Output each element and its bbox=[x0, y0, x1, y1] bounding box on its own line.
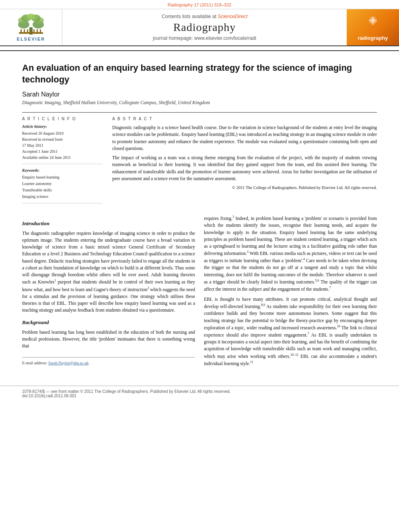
abstract-para1: Diagnostic radiography is a science base… bbox=[112, 124, 377, 152]
journal-homepage: journal homepage: www.elsevier.com/locat… bbox=[153, 35, 256, 41]
journal-title: Radiography bbox=[173, 21, 236, 34]
copyright-line: © 2011 The College of Radiographers. Pub… bbox=[112, 185, 377, 191]
sciencedirect-link[interactable]: ScienceDirect bbox=[218, 14, 247, 19]
abstract-text: Diagnostic radiography is a science base… bbox=[112, 124, 377, 191]
elsevier-tree-icon bbox=[15, 13, 47, 35]
footnote-period: . bbox=[88, 361, 90, 365]
svg-rect-12 bbox=[30, 29, 31, 33]
svg-rect-10 bbox=[24, 29, 25, 33]
keyword-4: Imaging science bbox=[22, 193, 103, 200]
abstract-para2: The impact of working as a team was a st… bbox=[112, 154, 377, 182]
svg-rect-9 bbox=[21, 29, 22, 33]
received-date: Received 10 August 2010 bbox=[22, 130, 103, 136]
revised-label: Received in revised form bbox=[22, 136, 103, 142]
revised-date: 17 May 2011 bbox=[22, 142, 103, 148]
background-heading: Background bbox=[22, 318, 195, 327]
bottom-text-2: doi:10.1016/j.radi.2011.06.001 bbox=[22, 394, 377, 398]
article-title: An evaluation of an enquiry based learni… bbox=[22, 62, 377, 85]
article-history-label: Article history: bbox=[22, 124, 103, 129]
main-content: An evaluation of an enquiry based learni… bbox=[0, 51, 399, 378]
keyword-2: Learner autonomy bbox=[22, 181, 103, 187]
journal-header: ELSEVIER Contents lists available at Sci… bbox=[0, 9, 399, 46]
bottom-text-1: 1078-8174/$ — see front matter © 2011 Th… bbox=[22, 389, 377, 394]
article-info-header: A R T I C L E I N F O bbox=[22, 117, 103, 121]
elsevier-logo: ELSEVIER bbox=[0, 9, 62, 45]
keyword-3: Transferable skills bbox=[22, 187, 103, 193]
footnote-email-label: E-mail address: bbox=[22, 361, 48, 365]
journal-center-info: Contents lists available at ScienceDirec… bbox=[62, 9, 347, 45]
keyword-1: Enquiry based learning bbox=[22, 174, 103, 181]
right-col-p1: requires fixing.3 Indeed, in problem bas… bbox=[204, 215, 377, 293]
article-info-abstract-section: A R T I C L E I N F O Article history: R… bbox=[22, 112, 377, 207]
page: Radiography 17 (2011) 319–322 bbox=[0, 0, 399, 532]
right-col-p2: EBL is thought to have many attributes. … bbox=[204, 296, 377, 367]
available-date: Available online 24 June 2011 bbox=[22, 154, 103, 160]
svg-rect-14 bbox=[37, 29, 38, 33]
bottom-bar: 1078-8174/$ — see front matter © 2011 Th… bbox=[0, 386, 399, 401]
svg-point-7 bbox=[27, 14, 35, 19]
radiography-logo-text: radiography bbox=[358, 35, 388, 41]
intro-heading: Introduction bbox=[22, 220, 195, 228]
footnote-email[interactable]: Sarah.Naylor@shu.ac.uk bbox=[48, 361, 88, 365]
sciencedirect-line: Contents lists available at ScienceDirec… bbox=[162, 14, 247, 19]
abstract-column: A B S T R A C T Diagnostic radiography i… bbox=[112, 117, 377, 207]
intro-p1: The diagnostic radiographer requires kno… bbox=[22, 230, 195, 314]
radiography-icon bbox=[365, 14, 381, 30]
background-p1: Problem based learning has long been est… bbox=[22, 329, 195, 350]
journal-citation: Radiography 17 (2011) 319–322 bbox=[168, 2, 231, 7]
keywords-block: Keywords: Enquiry based learning Learner… bbox=[22, 168, 103, 203]
journal-top-bar: Radiography 17 (2011) 319–322 bbox=[0, 0, 399, 9]
article-info-column: A R T I C L E I N F O Article history: R… bbox=[22, 117, 103, 207]
author-name: Sarah Naylor bbox=[22, 91, 377, 98]
svg-rect-15 bbox=[40, 29, 41, 33]
affiliation: Diagnostic Imaging, Sheffield Hallam Uni… bbox=[22, 100, 377, 106]
svg-rect-11 bbox=[27, 29, 28, 33]
body-section: Introduction The diagnostic radiographer… bbox=[22, 215, 377, 370]
accepted-date: Accepted 1 June 2011 bbox=[22, 148, 103, 154]
elsevier-label: ELSEVIER bbox=[17, 37, 45, 41]
radiography-logo-box: radiography bbox=[347, 9, 399, 45]
abstract-header: A B S T R A C T bbox=[112, 117, 377, 121]
svg-rect-13 bbox=[33, 29, 35, 33]
footnote-area: E-mail address: Sarah.Naylor@shu.ac.uk. bbox=[22, 357, 195, 366]
article-history-block: Article history: Received 10 August 2010… bbox=[22, 124, 103, 164]
keywords-label: Keywords: bbox=[22, 168, 103, 173]
body-right-col: requires fixing.3 Indeed, in problem bas… bbox=[204, 215, 377, 370]
body-left-col: Introduction The diagnostic radiographer… bbox=[22, 215, 195, 370]
